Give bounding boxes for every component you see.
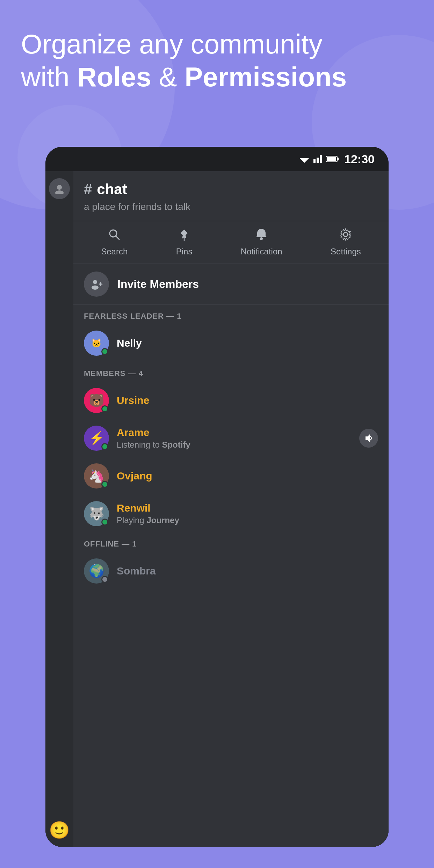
invite-label: Invite Members (117, 278, 199, 291)
svg-point-16 (92, 285, 99, 290)
arame-status: Listening to Spotify (117, 440, 352, 450)
header-line1: Organize any community (21, 29, 323, 59)
status-bar: 12:30 (45, 147, 389, 171)
section-offline: OFFLINE — 1 (73, 533, 389, 552)
svg-line-11 (116, 236, 119, 239)
settings-action[interactable]: Settings (331, 228, 361, 256)
arame-name: Arame (117, 427, 352, 439)
svg-rect-3 (317, 158, 319, 163)
channel-header: # chat a place for friends to talk (73, 171, 389, 221)
section-members: MEMBERS — 4 (73, 362, 389, 382)
status-time: 12:30 (344, 152, 375, 166)
emoji-icon: 🙂 (49, 821, 70, 839)
ovjang-name: Ovjang (117, 470, 378, 482)
svg-marker-21 (366, 434, 370, 442)
left-sidebar: 🙂 (45, 171, 73, 847)
ursine-status-dot (101, 405, 108, 412)
ovjang-info: Ovjang (117, 470, 378, 482)
arame-info: Arame Listening to Spotify (117, 427, 352, 450)
nelly-avatar-container: 🐱 (84, 331, 109, 356)
sombra-info: Sombra (117, 565, 378, 577)
pins-icon (178, 228, 190, 244)
svg-rect-2 (313, 159, 316, 163)
svg-text:🐱: 🐱 (91, 338, 102, 348)
sombra-avatar-container: 🌍 (84, 558, 109, 584)
battery-icon (326, 155, 339, 162)
search-icon (108, 228, 121, 244)
promo-header: Organize any community with Roles & Perm… (21, 28, 413, 93)
search-label: Search (101, 247, 128, 256)
phone-content: 🙂 # chat a place for friends to talk (45, 171, 389, 847)
action-toolbar: Search Pins (73, 221, 389, 264)
member-sombra[interactable]: 🌍 Sombra (73, 552, 389, 590)
renwil-status: Playing Journey (117, 515, 378, 525)
sombra-status-dot (101, 576, 108, 583)
wifi-icon (299, 155, 309, 163)
channel-title: # chat (84, 181, 378, 198)
svg-point-13 (260, 237, 263, 240)
main-panel: # chat a place for friends to talk Searc… (73, 171, 389, 847)
svg-point-8 (57, 185, 62, 190)
nelly-name: Nelly (117, 337, 378, 349)
renwil-status-dot (101, 519, 108, 526)
sombra-name: Sombra (117, 565, 378, 577)
members-list: Invite Members FEARLESS LEADER — 1 🐱 (73, 264, 389, 847)
svg-rect-4 (320, 155, 322, 163)
speaker-icon (359, 429, 378, 448)
member-ursine[interactable]: 🐻 Ursine (73, 382, 389, 419)
svg-point-15 (93, 280, 97, 284)
notification-action[interactable]: Notification (241, 228, 282, 256)
member-arame[interactable]: ⚡ Arame Listening to Spotify (73, 419, 389, 457)
header-amp: & (151, 62, 185, 92)
nelly-info: Nelly (117, 337, 378, 349)
ursine-name: Ursine (117, 395, 378, 406)
member-ovjang[interactable]: 🦄 Ovjang (73, 457, 389, 495)
section-fearless-leader: FEARLESS LEADER — 1 (73, 305, 389, 324)
hash-icon: # (84, 181, 92, 198)
member-nelly[interactable]: 🐱 Nelly (73, 324, 389, 362)
renwil-avatar-container: 🐺 (84, 501, 109, 526)
pins-action[interactable]: Pins (176, 228, 193, 256)
notification-icon (255, 228, 268, 244)
settings-label: Settings (331, 247, 361, 256)
signal-icon (313, 155, 322, 163)
ovjang-status-dot (101, 481, 108, 488)
invite-avatar (84, 272, 109, 297)
header-permissions: Permissions (185, 62, 347, 92)
arame-avatar-container: ⚡ (84, 426, 109, 451)
member-renwil[interactable]: 🐺 Renwil Playing Journey (73, 495, 389, 533)
channel-description: a place for friends to talk (84, 201, 378, 212)
sidebar-user-icon (49, 178, 70, 199)
phone-mockup: 12:30 🙂 # chat a place fo (45, 147, 389, 847)
invite-members-row[interactable]: Invite Members (73, 264, 389, 305)
ovjang-avatar-container: 🦄 (84, 463, 109, 489)
search-action[interactable]: Search (101, 228, 128, 256)
notification-label: Notification (241, 247, 282, 256)
renwil-info: Renwil Playing Journey (117, 502, 378, 525)
svg-rect-6 (337, 158, 339, 160)
renwil-name: Renwil (117, 502, 378, 514)
svg-rect-7 (327, 157, 336, 161)
header-line2-prefix: with (21, 62, 77, 92)
svg-point-9 (55, 190, 64, 194)
channel-name: chat (97, 181, 127, 198)
ursine-info: Ursine (117, 395, 378, 406)
pins-label: Pins (176, 247, 193, 256)
svg-point-14 (343, 232, 348, 237)
ursine-avatar-container: 🐻 (84, 388, 109, 413)
nelly-status-dot (101, 348, 108, 355)
header-roles: Roles (77, 62, 151, 92)
settings-icon (339, 228, 352, 244)
status-icons (299, 155, 339, 163)
arame-status-dot (101, 443, 108, 450)
